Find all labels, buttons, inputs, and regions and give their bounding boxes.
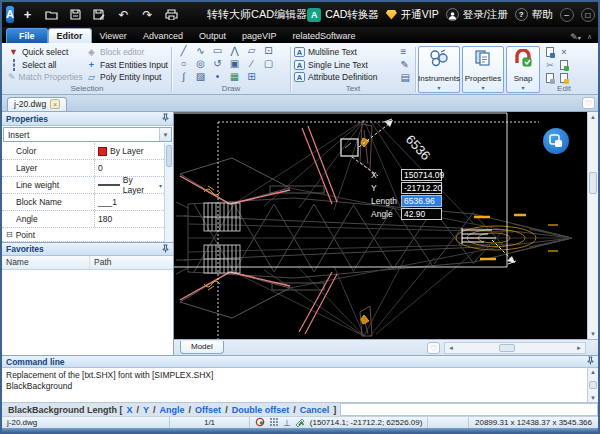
copy-icon[interactable]	[546, 73, 554, 83]
properties-button[interactable]: Properties ▾	[462, 46, 504, 93]
property-section-point[interactable]: ⊟ Point	[2, 228, 164, 242]
block-editor-button[interactable]: ◈Block editor	[86, 46, 168, 58]
spline-icon[interactable]: ∫	[182, 71, 185, 84]
horizontal-scrollbar[interactable]: ◄ ►	[444, 342, 586, 354]
property-row-angle[interactable]: Angle 180	[2, 211, 164, 228]
menu-tab-advanced[interactable]: Advanced	[135, 29, 191, 43]
save-button[interactable]	[68, 8, 83, 22]
scroll-left-icon[interactable]: ◄	[445, 345, 457, 351]
pin-icon[interactable]	[587, 356, 594, 367]
snap-toggle-icon[interactable]	[255, 417, 265, 429]
region-icon[interactable]: ⊡	[264, 45, 272, 58]
point-icon[interactable]: •	[216, 71, 220, 84]
scroll-down-icon[interactable]: ▼	[590, 329, 596, 339]
rectangle-icon[interactable]: ▭	[213, 45, 222, 58]
text-frame-icon[interactable]: ▤	[401, 72, 410, 83]
select-all-button[interactable]: Select all	[8, 59, 82, 71]
maximize-button[interactable]: □	[581, 8, 595, 22]
single-line-text-button[interactable]: ASingle Line Text	[294, 59, 399, 71]
length-input[interactable]: 6536.96	[401, 195, 442, 207]
multiline-icon[interactable]: ⋀	[230, 45, 238, 58]
undo-button[interactable]: ↶	[116, 8, 131, 22]
redo-button[interactable]: ↷	[140, 8, 155, 22]
prompt-option-y[interactable]: Y	[143, 405, 149, 415]
menu-tab-relatedsoftware[interactable]: relatedSoftware	[284, 29, 363, 43]
command-input[interactable]	[340, 403, 598, 416]
properties-scrollbar[interactable]	[164, 143, 173, 242]
ribbon-collapse-icon[interactable]: ∧	[587, 33, 592, 41]
block-insert-icon[interactable]: ▱	[248, 45, 256, 58]
menu-tab-output[interactable]: Output	[191, 29, 234, 43]
vertical-scrollbar[interactable]: ▲ ▼	[587, 112, 598, 339]
ellipse-icon[interactable]: ◎	[196, 58, 205, 71]
menu-tab-viewer[interactable]: Viewer	[92, 29, 135, 43]
prompt-option-offset[interactable]: Offset	[195, 405, 221, 415]
help-button[interactable]: ? 帮助	[515, 8, 553, 22]
fast-entities-input-button[interactable]: +Fast Entities Input	[86, 59, 168, 71]
raster-image-icon[interactable]: ▦	[230, 71, 239, 84]
export-icon[interactable]	[560, 73, 568, 83]
document-tab[interactable]: j-20.dwg ×	[7, 97, 67, 111]
hatch-icon[interactable]: ▨	[196, 71, 205, 84]
cad-converter-button[interactable]: A CAD转换器	[307, 8, 379, 22]
horizontal-scroll-thumb[interactable]	[499, 344, 515, 352]
favorites-name-column[interactable]: Name	[2, 256, 90, 269]
scroll-up-icon[interactable]: ▲	[590, 368, 596, 375]
draft-toggle-icon[interactable]	[295, 417, 306, 429]
multiline-text-button[interactable]: AMultiline Text	[294, 46, 399, 58]
text-edit-icon[interactable]: ✎	[401, 59, 410, 70]
polyline-icon[interactable]: ∿	[196, 45, 204, 58]
command-scroll-thumb[interactable]	[589, 381, 597, 389]
favorite-toggle-button[interactable]: ♡	[427, 342, 440, 354]
snap-button[interactable]: Snap ▾	[506, 46, 540, 93]
x-input[interactable]: 150714.09	[401, 169, 442, 181]
prompt-option-x[interactable]: X	[127, 405, 133, 415]
text-style-icon[interactable]: ≡	[401, 46, 410, 57]
match-properties-button[interactable]: ✎Match Properties	[8, 71, 82, 83]
ortho-toggle-icon[interactable]: ⊥	[283, 418, 291, 428]
drawing-canvas[interactable]: 6536 X150714.09 Y-21712.20 Length6536.96…	[174, 112, 587, 339]
pin-icon[interactable]	[162, 244, 169, 255]
menu-tab-pagevip[interactable]: pageVIP	[234, 29, 285, 43]
model-tab[interactable]: Model	[180, 341, 224, 354]
capture-float-button[interactable]	[543, 128, 569, 154]
quick-select-button[interactable]: ▼Quick select	[8, 46, 82, 58]
menu-tab-editor[interactable]: Editor	[48, 28, 92, 43]
y-input[interactable]: -21712.20	[401, 182, 442, 194]
favorites-path-column[interactable]: Path	[90, 256, 116, 269]
prompt-option-angle[interactable]: Angle	[160, 405, 185, 415]
attribute-definition-button[interactable]: AAttribute Definition	[294, 71, 399, 83]
entity-type-select[interactable]: Insert ▾	[3, 127, 172, 142]
menu-tab-file[interactable]: File	[6, 28, 48, 43]
paste-icon[interactable]	[546, 47, 554, 57]
prompt-option-double-offset[interactable]: Double offset	[232, 405, 290, 415]
tab-close-icon[interactable]: ×	[50, 99, 60, 109]
property-row-color[interactable]: Color By Layer	[2, 143, 164, 160]
property-row-lineweight[interactable]: Line weight By Layer▾	[2, 177, 164, 194]
vertical-scroll-thumb[interactable]	[589, 172, 597, 194]
angle-input[interactable]: 42.90	[401, 208, 442, 220]
scroll-down-icon[interactable]: ▼	[590, 395, 596, 402]
ray-icon[interactable]: ∕	[251, 58, 253, 71]
poly-entity-input-button[interactable]: ▱Poly Entity Input	[86, 71, 168, 83]
arc-icon[interactable]: ↺	[213, 58, 221, 71]
instruments-button[interactable]: Instruments ▾	[418, 46, 460, 93]
favorite-toggle-button[interactable]: ♡	[582, 97, 595, 109]
block-icon[interactable]: ▣	[230, 58, 239, 71]
image-frame-icon[interactable]: ▢	[264, 58, 273, 71]
copy-with-base-icon[interactable]	[560, 60, 568, 70]
prompt-option-cancel[interactable]: Cancel	[300, 405, 330, 415]
print-button[interactable]	[164, 8, 179, 22]
pencil-dropdown-icon[interactable]: ✎▾	[570, 32, 581, 42]
vip-button[interactable]: 开通VIP	[386, 8, 439, 22]
circle-icon[interactable]: ○	[180, 58, 186, 71]
cut-icon[interactable]: ✂	[546, 60, 554, 70]
command-scrollbar[interactable]: ▲ ▼	[587, 368, 598, 402]
scroll-up-icon[interactable]: ▲	[590, 112, 596, 122]
save-as-button[interactable]	[92, 8, 107, 22]
login-button[interactable]: 登录/注册	[446, 8, 508, 22]
line-icon[interactable]: ╱	[180, 45, 186, 58]
new-file-button[interactable]: +	[20, 8, 35, 22]
open-file-button[interactable]	[44, 8, 59, 22]
minimize-button[interactable]: –	[560, 8, 574, 22]
